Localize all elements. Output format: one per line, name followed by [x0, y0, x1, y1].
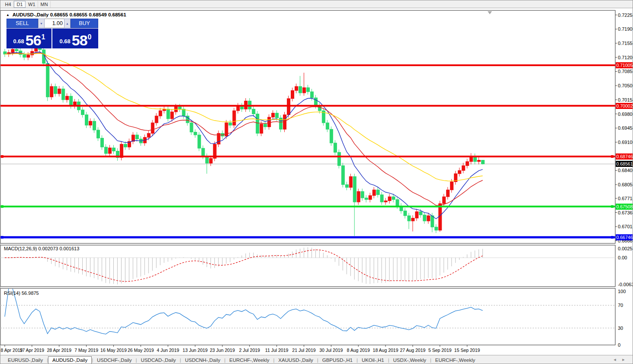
timeframe-button-W1[interactable]: W1 — [26, 1, 38, 8]
chart-tab-USDX-Weekly[interactable]: USDX-,Weekly — [389, 357, 430, 364]
chart-tab-GBPUSD-H1[interactable]: GBPUSD-,H1 — [318, 357, 357, 364]
sell-price-small: 0.68 — [13, 38, 24, 45]
symbol-period-label: AUDUSD-,Daily — [13, 12, 49, 17]
buy-price-big: 58 — [72, 34, 87, 47]
volume-spinner: ▼ ▲ — [38, 19, 71, 28]
ohlc-high: 0.68655 — [69, 12, 87, 17]
collapse-triangle-icon[interactable]: ▲ — [6, 13, 10, 17]
level-line-0.70002 — [0, 105, 615, 107]
ohlc-low: 0.68549 — [89, 12, 107, 17]
chart-tab-USDCHF-Daily[interactable]: USDCHF-,Daily — [93, 357, 136, 364]
timeframe-button-MN[interactable]: MN — [38, 1, 51, 8]
timeframe-button-D1[interactable]: D1 — [14, 1, 26, 8]
chart-canvas[interactable] — [0, 9, 633, 354]
volume-input[interactable] — [45, 19, 64, 28]
timeframe-button-H4[interactable]: H4 — [2, 1, 14, 8]
chart-tab-USDCAD-Daily[interactable]: USDCAD-,Daily — [137, 357, 180, 364]
one-click-trading-panel: SELL ▼ ▲ BUY 0.68 56 1 0.68 58 0 — [6, 19, 98, 48]
chart-tabs-bar: EURUSD-,Daily|AUDUSD-,Daily|USDCHF-,Dail… — [0, 355, 633, 364]
auto-scroll-marker-icon[interactable] — [488, 11, 492, 14]
buy-price-sup: 0 — [88, 33, 92, 41]
mt4-window: H4D1W1MN 0.722500.719000.715500.712000.7… — [0, 0, 633, 364]
sell-button[interactable]: SELL — [6, 19, 38, 28]
chart-tab-USDCNH-Daily[interactable]: USDCNH-,Daily — [181, 357, 224, 364]
sell-price-button[interactable]: 0.68 56 1 — [6, 29, 51, 48]
chart-window[interactable]: 0.722500.719000.715500.712000.708500.705… — [0, 9, 633, 354]
tabs-scroll-left-icon[interactable]: ◄ — [613, 357, 617, 362]
macd-label: MACD(12,26,9) 0.002073 0.001613 — [4, 246, 79, 251]
tabs-scroll-right-icon[interactable]: ► — [621, 357, 626, 362]
buy-price-button[interactable]: 0.68 58 0 — [52, 29, 98, 48]
chart-tab-EURCHF-Weekly[interactable]: EURCHF-,Weekly — [431, 357, 479, 364]
level-line-0.68746 — [0, 156, 615, 157]
chart-title: ▲ AUDUSD-,Daily 0.68655 0.68655 0.68549 … — [6, 12, 126, 17]
ohlc-close: 0.68561 — [108, 12, 126, 17]
sell-price-sup: 1 — [42, 33, 45, 41]
ohlc-open: 0.68655 — [50, 12, 68, 17]
level-line-0.66746 — [0, 236, 615, 238]
chart-tab-XAUUSD-Daily[interactable]: XAUUSD-,Daily — [274, 357, 317, 364]
buy-price-small: 0.68 — [59, 38, 70, 45]
rsi-label: RSI(14) 56.9875 — [4, 291, 39, 296]
volume-up-icon[interactable]: ▲ — [64, 19, 71, 28]
timeframe-toolbar: H4D1W1MN — [0, 0, 633, 8]
level-line-0.71005 — [0, 64, 615, 66]
buy-button[interactable]: BUY — [71, 19, 98, 28]
chart-tab-UKOil-H1[interactable]: UKOil-,H1 — [358, 357, 388, 364]
chart-tab-EURCHF-Weekly[interactable]: EURCHF-,Weekly — [225, 357, 273, 364]
chart-tab-EURUSD-Daily[interactable]: EURUSD-,Daily — [4, 357, 47, 364]
chart-tab-AUDUSD-Daily[interactable]: AUDUSD-,Daily — [48, 356, 92, 364]
volume-down-icon[interactable]: ▼ — [38, 19, 45, 28]
sell-price-big: 56 — [26, 34, 41, 47]
level-line-0.67508 — [0, 206, 615, 208]
pane-frame-2 — [0, 288, 615, 345]
